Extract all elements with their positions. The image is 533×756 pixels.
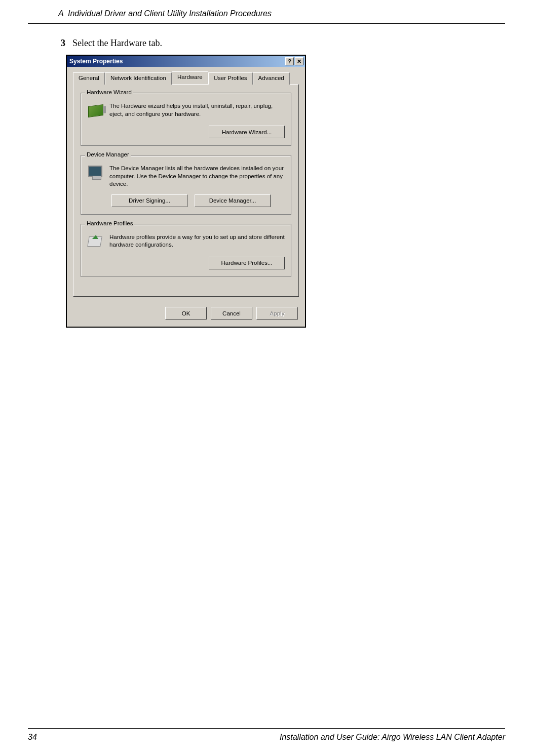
titlebar-buttons: ? ✕ <box>285 57 303 65</box>
system-properties-dialog: System Properties ? ✕ General Network Id… <box>66 55 306 328</box>
hardware-chip-icon <box>87 102 104 120</box>
group-legend: Hardware Profiles <box>85 220 134 226</box>
help-icon[interactable]: ? <box>285 57 294 65</box>
guide-title: Installation and User Guide: Airgo Wirel… <box>280 733 505 742</box>
chapter-label: A <box>58 9 63 18</box>
device-manager-button[interactable]: Device Manager... <box>195 194 271 207</box>
content-area: 3 Select the Hardware tab. System Proper… <box>0 24 533 328</box>
tab-strip: General Network Identification Hardware … <box>73 72 299 84</box>
tab-general[interactable]: General <box>73 72 105 85</box>
cancel-button[interactable]: Cancel <box>211 307 252 320</box>
chapter-title: Individual Driver and Client Utility Ins… <box>68 9 272 18</box>
tab-advanced[interactable]: Advanced <box>253 72 290 85</box>
step-number: 3 <box>61 38 65 49</box>
group-legend: Hardware Wizard <box>85 89 133 95</box>
tab-network-identification[interactable]: Network Identification <box>105 72 172 85</box>
group-hardware-profiles: Hardware Profiles Hardware profiles prov… <box>81 224 291 277</box>
dialog-title: System Properties <box>69 58 123 65</box>
profile-card-icon <box>87 233 104 251</box>
monitor-icon <box>87 165 104 182</box>
step-row: 3 Select the Hardware tab. <box>61 38 503 49</box>
group-text: The Device Manager lists all the hardwar… <box>109 165 285 188</box>
hardware-profiles-button[interactable]: Hardware Profiles... <box>209 257 285 269</box>
tab-hardware[interactable]: Hardware <box>172 71 208 84</box>
page-header: A Individual Driver and Client Utility I… <box>28 0 505 24</box>
titlebar: System Properties ? ✕ <box>67 56 305 67</box>
group-device-manager: Device Manager The Device Manager lists … <box>81 155 291 215</box>
hardware-wizard-button[interactable]: Hardware Wizard... <box>209 126 285 138</box>
step-text: Select the Hardware tab. <box>72 38 162 49</box>
driver-signing-button[interactable]: Driver Signing... <box>111 194 187 207</box>
tab-user-profiles[interactable]: User Profiles <box>208 72 253 85</box>
dialog-footer: OK Cancel Apply <box>67 303 305 327</box>
group-hardware-wizard: Hardware Wizard The Hardware wizard help… <box>81 93 291 146</box>
close-icon[interactable]: ✕ <box>295 57 303 65</box>
dialog-wrapper: System Properties ? ✕ General Network Id… <box>66 55 503 328</box>
group-row: The Hardware wizard helps you install, u… <box>87 102 285 120</box>
group-text: Hardware profiles provide a way for you … <box>109 233 285 249</box>
dialog-body: General Network Identification Hardware … <box>67 67 305 303</box>
group-legend: Device Manager <box>85 151 131 157</box>
group-buttons: Driver Signing... Device Manager... <box>87 194 285 207</box>
group-buttons: Hardware Wizard... <box>87 126 285 138</box>
tab-panel-hardware: Hardware Wizard The Hardware wizard help… <box>73 84 299 297</box>
apply-button[interactable]: Apply <box>256 307 298 320</box>
page-footer: 34 Installation and User Guide: Airgo Wi… <box>28 728 505 742</box>
ok-button[interactable]: OK <box>165 307 207 320</box>
group-text: The Hardware wizard helps you install, u… <box>109 102 285 118</box>
group-row: Hardware profiles provide a way for you … <box>87 233 285 251</box>
page-number: 34 <box>28 733 37 742</box>
group-row: The Device Manager lists all the hardwar… <box>87 165 285 188</box>
group-buttons: Hardware Profiles... <box>87 257 285 269</box>
